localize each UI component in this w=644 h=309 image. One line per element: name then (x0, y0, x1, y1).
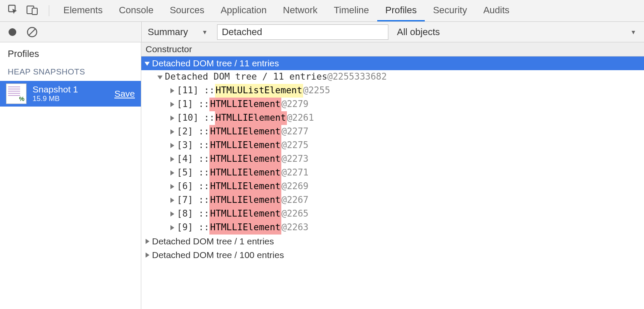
inspect-icon[interactable] (8, 4, 19, 18)
tree-row-label: Detached DOM tree / 11 entries (165, 70, 327, 84)
tree-child-row[interactable]: [2] :: HTMLLIElement @2277 (141, 125, 644, 139)
tree-child-row[interactable]: [4] :: HTMLLIElement @2273 (141, 152, 644, 166)
tree-row-class: HTMLLIElement (209, 207, 281, 221)
disclosure-icon[interactable] (170, 116, 174, 121)
tree-group[interactable]: Detached DOM tree / 100 entries (141, 248, 644, 262)
tab-console[interactable]: Console (111, 0, 162, 21)
snapshot-info: Snapshot 1 15.9 MB (33, 84, 108, 103)
disclosure-icon[interactable] (170, 102, 174, 107)
tree-row-class: HTMLLIElement (215, 111, 287, 125)
svg-rect-2 (32, 8, 37, 15)
tree-child-row[interactable]: [6] :: HTMLLIElement @2269 (141, 180, 644, 193)
snapshot-name: Snapshot 1 (33, 84, 108, 95)
disclosure-icon[interactable] (170, 157, 174, 162)
object-scope-label: All objects (397, 27, 440, 38)
object-id: @2261 (287, 111, 314, 125)
grid-column-header[interactable]: Constructor (141, 42, 644, 56)
disclosure-icon[interactable] (170, 198, 174, 203)
object-id: @2273 (281, 152, 308, 166)
disclosure-icon[interactable] (170, 88, 174, 93)
tree-row-class: HTMLLIElement (209, 125, 281, 139)
disclosure-icon[interactable] (170, 143, 174, 148)
object-id: @2279 (281, 98, 308, 111)
disclosure-icon[interactable] (146, 239, 149, 244)
snapshot-save-link[interactable]: Save (114, 89, 135, 99)
record-icon[interactable] (9, 28, 16, 36)
view-mode-select[interactable]: Summary ▼ (148, 27, 212, 38)
disclosure-icon[interactable] (170, 211, 174, 217)
tree-child-row[interactable]: [10] :: HTMLLIElement @2261 (141, 111, 644, 125)
disclosure-icon[interactable] (170, 170, 174, 175)
view-mode-label: Summary (148, 27, 188, 38)
chevron-down-icon: ▼ (202, 29, 208, 36)
tree-group[interactable]: Detached DOM tree / 1 entries (141, 235, 644, 248)
profiles-sidebar: Profiles HEAP SNAPSHOTS % Snapshot 1 15.… (0, 42, 141, 309)
tree-row-index: [10] :: (177, 111, 215, 125)
snapshot-item[interactable]: % Snapshot 1 15.9 MB Save (0, 81, 141, 107)
clear-icon[interactable] (27, 27, 38, 38)
tree-row-class: HTMLUListElement (215, 84, 303, 98)
chevron-down-icon: ▼ (630, 29, 636, 36)
object-id: @2269 (281, 180, 308, 193)
disclosure-icon[interactable] (170, 129, 174, 134)
object-id: @2263 (281, 221, 308, 235)
tree-row-index: [4] :: (177, 152, 209, 166)
tree-child-row[interactable]: [9] :: HTMLLIElement @2263 (141, 221, 644, 235)
object-scope-select[interactable]: All objects ▼ (397, 27, 644, 38)
tree-row-index: [11] :: (177, 84, 215, 98)
tree-child-row[interactable]: [1] :: HTMLLIElement @2279 (141, 98, 644, 111)
tab-network[interactable]: Network (275, 0, 326, 21)
body-split: Profiles HEAP SNAPSHOTS % Snapshot 1 15.… (0, 42, 644, 309)
tree-child-row[interactable]: [8] :: HTMLLIElement @2265 (141, 207, 644, 221)
tree-row-index: [2] :: (177, 125, 209, 139)
object-id: @2255333682 (327, 70, 387, 84)
tree-child-row[interactable]: [11] :: HTMLUListElement @2255 (141, 84, 644, 98)
tree-child-row[interactable]: [3] :: HTMLLIElement @2275 (141, 139, 644, 152)
tree-row-class: HTMLLIElement (209, 193, 281, 207)
tabs-container: ElementsConsoleSourcesApplicationNetwork… (55, 0, 518, 21)
tree-row-index: [1] :: (177, 98, 209, 111)
tree-child-row[interactable]: [5] :: HTMLLIElement @2271 (141, 166, 644, 180)
toolbar-right: Summary ▼ All objects ▼ (141, 22, 644, 42)
tree-group-label: Detached DOM tree / 11 entries (152, 56, 279, 70)
object-id: @2277 (281, 125, 308, 139)
tree-row-class: HTMLLIElement (209, 221, 281, 235)
tree-row-index: [9] :: (177, 221, 209, 235)
devtools-tab-strip: ElementsConsoleSourcesApplicationNetwork… (0, 0, 644, 22)
tree-row-index: [8] :: (177, 207, 209, 221)
class-filter-input[interactable] (217, 24, 388, 40)
tab-security[interactable]: Security (425, 0, 475, 21)
disclosure-icon[interactable] (158, 75, 163, 79)
snapshot-size: 15.9 MB (33, 95, 108, 103)
disclosure-icon[interactable] (145, 62, 150, 65)
tree-group-label: Detached DOM tree / 1 entries (152, 235, 274, 248)
tree-row-index: [7] :: (177, 193, 209, 207)
tree-row[interactable]: Detached DOM tree / 11 entries @22553336… (141, 70, 644, 84)
disclosure-icon[interactable] (170, 184, 174, 189)
tab-audits[interactable]: Audits (475, 0, 518, 21)
object-id: @2271 (281, 166, 308, 180)
tree-row-class: HTMLLIElement (209, 166, 281, 180)
tab-sources[interactable]: Sources (161, 0, 212, 21)
toolbar-left (0, 22, 141, 42)
tab-timeline[interactable]: Timeline (325, 0, 377, 21)
tab-application[interactable]: Application (212, 0, 275, 21)
tab-profiles[interactable]: Profiles (377, 0, 425, 21)
percent-icon: % (19, 95, 24, 102)
snapshot-icon: % (6, 83, 27, 104)
heap-tree: Detached DOM tree / 11 entriesDetached D… (141, 56, 644, 262)
tab-strip-left-icons (0, 0, 55, 21)
sidebar-section-heap: HEAP SNAPSHOTS (0, 65, 141, 81)
heap-grid: Constructor Detached DOM tree / 11 entri… (141, 42, 644, 309)
tree-row-index: [5] :: (177, 166, 209, 180)
tab-elements[interactable]: Elements (55, 0, 111, 21)
tree-group-selected[interactable]: Detached DOM tree / 11 entries (141, 56, 644, 70)
separator (49, 5, 49, 16)
profiles-toolbar: Summary ▼ All objects ▼ (0, 22, 644, 42)
disclosure-icon[interactable] (170, 225, 174, 230)
disclosure-icon[interactable] (146, 253, 149, 258)
tree-child-row[interactable]: [7] :: HTMLLIElement @2267 (141, 193, 644, 207)
device-toggle-icon[interactable] (27, 4, 39, 18)
tree-row-class: HTMLLIElement (209, 139, 281, 152)
tree-row-class: HTMLLIElement (209, 180, 281, 193)
